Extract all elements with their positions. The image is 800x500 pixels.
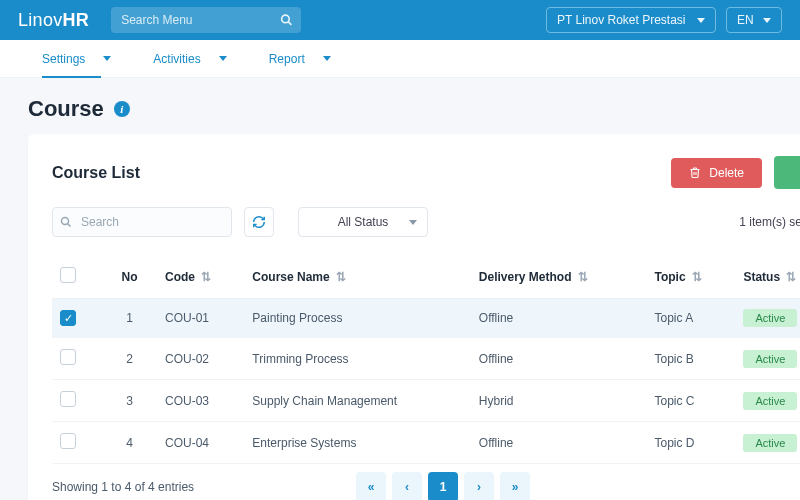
status-badge: Active [743,309,797,327]
page-prev[interactable]: ‹ [392,472,422,500]
svg-point-0 [282,15,290,23]
trash-icon [689,166,701,179]
row-checkbox[interactable]: ✓ [60,310,76,326]
table-search[interactable] [52,207,232,237]
table-row[interactable]: ✓1COU-01Painting ProcessOfflineTopic AAc… [52,299,800,338]
table-search-input[interactable] [52,207,232,237]
company-label: PT Linov Roket Prestasi [557,13,686,27]
tab-label: Settings [42,52,85,66]
status-filter-label: All Status [338,215,389,229]
cell-code: COU-02 [157,338,244,380]
cell-delivery: Offline [471,299,647,338]
delete-label: Delete [709,166,744,180]
refresh-icon [252,215,266,229]
sort-icon[interactable]: ⇅ [201,270,211,284]
col-no: No [102,255,157,299]
chevron-down-icon [763,18,771,23]
table-footer: Showing 1 to 4 of 4 entries « ‹ 1 › » Sh… [52,480,800,494]
table-row[interactable]: 3COU-03Supply Chain ManagementHybridTopi… [52,380,800,422]
logo: LinovHR [18,10,89,31]
status-badge: Active [743,392,797,410]
status-badge: Active [743,434,797,452]
svg-line-3 [68,224,71,227]
cell-code: COU-04 [157,422,244,464]
row-checkbox[interactable] [60,391,76,407]
tab-label: Report [269,52,305,66]
row-checkbox[interactable] [60,349,76,365]
showing-text: Showing 1 to 4 of 4 entries [52,480,194,494]
tab-settings[interactable]: Settings [42,40,111,77]
card-header: Course List Delete [52,156,800,189]
pagination: « ‹ 1 › » [356,472,530,500]
course-list-card: Course List Delete All Status 1 item(s) … [28,134,800,500]
cell-name: Trimming Process [244,338,470,380]
sort-icon[interactable]: ⇅ [336,270,346,284]
language-select[interactable]: EN [726,7,782,33]
cell-no: 4 [102,422,157,464]
col-course-name: Course Name⇅ [244,255,470,299]
course-table: No Code⇅ Course Name⇅ Delivery Method⇅ T… [52,255,800,464]
page-first[interactable]: « [356,472,386,500]
chevron-down-icon [409,220,417,225]
sort-icon[interactable]: ⇅ [692,270,702,284]
filters-row: All Status 1 item(s) selected [52,207,800,237]
topbar: LinovHR PT Linov Roket Prestasi EN [0,0,800,40]
cell-no: 3 [102,380,157,422]
page-next[interactable]: › [464,472,494,500]
col-delivery: Delivery Method⇅ [471,255,647,299]
tab-label: Activities [153,52,200,66]
table-row[interactable]: 4COU-04Enterprise SystemsOfflineTopic DA… [52,422,800,464]
page-title-row: Course i [0,78,800,134]
company-select[interactable]: PT Linov Roket Prestasi [546,7,716,33]
logo-thin: Linov [18,10,63,30]
cell-no: 2 [102,338,157,380]
delete-button[interactable]: Delete [671,158,762,188]
page-number[interactable]: 1 [428,472,458,500]
search-icon [60,216,72,228]
chevron-down-icon [323,56,331,61]
info-icon[interactable]: i [114,101,130,117]
search-icon [280,14,293,27]
cell-code: COU-03 [157,380,244,422]
items-selected-count: 1 item(s) selected [739,215,800,229]
card-title: Course List [52,164,140,182]
cell-delivery: Hybrid [471,380,647,422]
svg-line-1 [288,22,291,25]
cell-name: Painting Process [244,299,470,338]
cell-code: COU-01 [157,299,244,338]
cell-topic: Topic D [647,422,736,464]
page-title: Course [28,96,104,122]
page-last[interactable]: » [500,472,530,500]
tab-report[interactable]: Report [269,40,331,77]
language-label: EN [737,13,754,27]
cell-name: Supply Chain Management [244,380,470,422]
svg-point-2 [62,218,69,225]
add-button[interactable] [774,156,800,189]
row-checkbox[interactable] [60,433,76,449]
cell-name: Enterprise Systems [244,422,470,464]
select-all-checkbox[interactable] [60,267,76,283]
sort-icon[interactable]: ⇅ [786,270,796,284]
cell-no: 1 [102,299,157,338]
search-menu[interactable] [111,7,301,33]
cell-delivery: Offline [471,422,647,464]
logo-bold: HR [63,10,90,30]
chevron-down-icon [219,56,227,61]
col-code: Code⇅ [157,255,244,299]
cell-topic: Topic A [647,299,736,338]
tabbar: Settings Activities Report [0,40,800,78]
chevron-down-icon [697,18,705,23]
status-filter[interactable]: All Status [298,207,428,237]
search-menu-input[interactable] [111,7,301,33]
table-row[interactable]: 2COU-02Trimming ProcessOfflineTopic BAct… [52,338,800,380]
cell-delivery: Offline [471,338,647,380]
tab-activities[interactable]: Activities [153,40,226,77]
col-status: Status⇅ [735,255,800,299]
refresh-button[interactable] [244,207,274,237]
cell-topic: Topic C [647,380,736,422]
status-badge: Active [743,350,797,368]
cell-topic: Topic B [647,338,736,380]
col-topic: Topic⇅ [647,255,736,299]
chevron-down-icon [103,56,111,61]
sort-icon[interactable]: ⇅ [578,270,588,284]
